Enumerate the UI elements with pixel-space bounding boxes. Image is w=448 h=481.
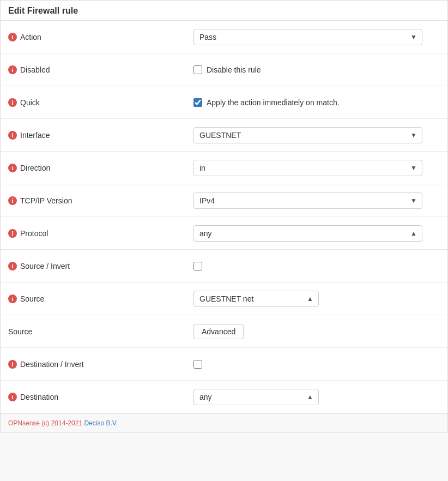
interface-control: GUESTNET LAN WAN ▼ — [193, 127, 440, 143]
tcpip-version-label: TCP/IP Version — [20, 196, 72, 205]
tcpip-version-label-col: i TCP/IP Version — [8, 196, 193, 205]
destination-invert-label: Destination / Invert — [20, 360, 84, 369]
quick-info-icon[interactable]: i — [8, 98, 17, 107]
interface-row: i Interface GUESTNET LAN WAN ▼ — [1, 119, 447, 152]
quick-row: i Quick Apply the action immediately on … — [1, 86, 447, 119]
quick-label-col: i Quick — [8, 98, 193, 107]
source-invert-row: i Source / Invert — [1, 250, 447, 282]
disabled-info-icon[interactable]: i — [8, 65, 17, 74]
action-info-icon[interactable]: i — [8, 33, 17, 41]
source-row: i Source GUESTNET net any single host or… — [1, 282, 447, 315]
tcpip-version-info-icon[interactable]: i — [8, 196, 17, 205]
disabled-checkbox-text: Disable this rule — [207, 65, 261, 74]
direction-control: in out ▼ — [193, 160, 440, 176]
source-invert-label-col: i Source / Invert — [8, 262, 193, 270]
destination-invert-row: i Destination / Invert — [1, 348, 447, 381]
action-select-wrapper: Pass Block Reject ▼ — [193, 29, 422, 45]
tcpip-version-select-wrapper: IPv4 IPv6 IPv4+IPv6 ▼ — [193, 193, 422, 209]
destination-label: Destination — [20, 393, 58, 401]
quick-label: Quick — [20, 98, 40, 107]
disabled-checkbox[interactable] — [193, 65, 202, 74]
action-control: Pass Block Reject ▼ — [193, 29, 440, 45]
protocol-label-col: i Protocol — [8, 229, 193, 238]
quick-checkbox-text: Apply the action immediately on match. — [207, 98, 340, 107]
protocol-control: any TCP UDP TCP/UDP ICMP ▲ — [193, 225, 440, 242]
page-title: Edit Firewall rule — [1, 1, 447, 21]
action-label-col: i Action — [8, 33, 193, 41]
source-select[interactable]: GUESTNET net any single host or network — [193, 291, 319, 307]
source-advanced-control: Advanced — [193, 324, 440, 339]
disabled-control: Disable this rule — [193, 65, 440, 74]
footer: OPNsense (c) 2014-2021 Deciso B.V. — [1, 413, 447, 432]
tcpip-version-row: i TCP/IP Version IPv4 IPv6 IPv4+IPv6 ▼ — [1, 184, 447, 217]
disabled-row: i Disabled Disable this rule — [1, 53, 447, 86]
destination-info-icon[interactable]: i — [8, 393, 17, 401]
destination-invert-checkbox[interactable] — [193, 360, 202, 369]
action-label: Action — [20, 33, 41, 41]
quick-checkbox-label[interactable]: Apply the action immediately on match. — [193, 98, 340, 107]
destination-label-col: i Destination — [8, 393, 193, 401]
source-select-wrapper: GUESTNET net any single host or network … — [193, 291, 319, 307]
source-invert-checkbox[interactable] — [193, 262, 202, 270]
direction-row: i Direction in out ▼ — [1, 152, 447, 184]
destination-control: any single host or network LAN net ▲ — [193, 389, 440, 405]
interface-label: Interface — [20, 131, 50, 140]
source-label: Source — [20, 294, 44, 303]
footer-link[interactable]: Deciso B.V. — [84, 419, 118, 427]
edit-firewall-rule-form: Edit Firewall rule i Action Pass Block R… — [0, 0, 448, 433]
source-control: GUESTNET net any single host or network … — [193, 291, 440, 307]
protocol-info-icon[interactable]: i — [8, 229, 17, 238]
source-invert-label: Source / Invert — [20, 262, 70, 270]
source-advanced-row: Source Advanced — [1, 315, 447, 348]
action-select[interactable]: Pass Block Reject — [193, 29, 422, 45]
source-advanced-button[interactable]: Advanced — [193, 324, 244, 339]
destination-row: i Destination any single host or network… — [1, 381, 447, 413]
tcpip-version-select[interactable]: IPv4 IPv6 IPv4+IPv6 — [193, 193, 422, 209]
interface-label-col: i Interface — [8, 131, 193, 140]
source-advanced-label-col: Source — [8, 327, 193, 336]
direction-label: Direction — [20, 164, 50, 172]
protocol-select[interactable]: any TCP UDP TCP/UDP ICMP — [193, 225, 422, 242]
destination-invert-info-icon[interactable]: i — [8, 360, 17, 369]
source-label-col: i Source — [8, 294, 193, 303]
protocol-select-wrapper: any TCP UDP TCP/UDP ICMP ▲ — [193, 225, 422, 242]
disabled-label-col: i Disabled — [8, 65, 193, 74]
source-invert-info-icon[interactable]: i — [8, 262, 17, 270]
destination-invert-control — [193, 360, 440, 369]
quick-control: Apply the action immediately on match. — [193, 98, 440, 107]
source-advanced-label: Source — [8, 327, 32, 336]
interface-select[interactable]: GUESTNET LAN WAN — [193, 127, 422, 143]
disabled-label: Disabled — [20, 65, 50, 74]
interface-select-wrapper: GUESTNET LAN WAN ▼ — [193, 127, 422, 143]
action-row: i Action Pass Block Reject ▼ — [1, 21, 447, 53]
direction-select-wrapper: in out ▼ — [193, 160, 422, 176]
destination-select[interactable]: any single host or network LAN net — [193, 389, 319, 405]
protocol-row: i Protocol any TCP UDP TCP/UDP ICMP ▲ — [1, 217, 447, 250]
protocol-label: Protocol — [20, 229, 48, 238]
tcpip-version-control: IPv4 IPv6 IPv4+IPv6 ▼ — [193, 193, 440, 209]
interface-info-icon[interactable]: i — [8, 131, 17, 140]
destination-select-wrapper: any single host or network LAN net ▲ — [193, 389, 319, 405]
disabled-checkbox-label[interactable]: Disable this rule — [193, 65, 261, 74]
footer-text: OPNsense (c) 2014-2021 — [8, 419, 82, 427]
direction-info-icon[interactable]: i — [8, 164, 17, 172]
direction-label-col: i Direction — [8, 164, 193, 172]
destination-invert-label-col: i Destination / Invert — [8, 360, 193, 369]
direction-select[interactable]: in out — [193, 160, 422, 176]
quick-checkbox[interactable] — [193, 98, 202, 107]
source-info-icon[interactable]: i — [8, 294, 17, 303]
source-invert-control — [193, 262, 440, 270]
